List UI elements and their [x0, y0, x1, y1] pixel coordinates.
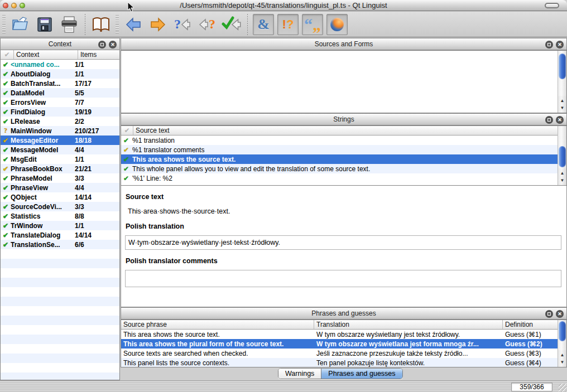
tab-warnings[interactable]: Warnings — [278, 369, 321, 379]
float-panel-icon[interactable] — [98, 41, 106, 49]
context-row[interactable]: Statistics 8/8 — [1, 211, 119, 221]
close-panel-icon[interactable]: ✕ — [556, 41, 564, 49]
context-row[interactable]: LRelease 2/2 — [1, 117, 119, 126]
save-file-button[interactable] — [33, 13, 56, 36]
items-column-header[interactable]: Items — [78, 50, 119, 59]
string-row[interactable]: %1 translation — [121, 135, 558, 145]
strings-dock-title: Strings — [333, 115, 354, 123]
context-row[interactable]: MessageEditor 18/18 — [1, 135, 119, 145]
context-list: <unnamed co... 1/1 AboutDialog 1/1 Batch… — [1, 60, 119, 249]
context-row[interactable]: QObject 14/14 — [1, 192, 119, 202]
translation-column-header[interactable]: Translation — [314, 320, 503, 329]
sources-dock-titlebar[interactable]: Sources and Forms ✕ — [121, 38, 567, 50]
scrollbar-thumb[interactable] — [559, 146, 566, 167]
context-items-count: 19/19 — [73, 108, 119, 116]
scrollbar-thumb[interactable] — [559, 321, 566, 341]
context-table-header[interactable]: Context Items — [1, 50, 119, 60]
phrase-row[interactable]: This panel lists the source contexts. Te… — [121, 358, 558, 367]
place-markers-toggle[interactable] — [326, 14, 348, 35]
phrase-row[interactable]: Source texts are searched when checked. … — [121, 349, 558, 358]
print-button[interactable] — [58, 13, 80, 36]
phrase-source: This area shows the source text. — [121, 331, 314, 338]
strings-dock-titlebar[interactable]: Strings ✕ — [121, 113, 567, 125]
status-check-icon — [1, 175, 11, 182]
translator-comments-input[interactable] — [125, 270, 561, 287]
context-items-count: 4/4 — [73, 146, 119, 154]
context-name: DataModel — [11, 89, 73, 97]
context-row[interactable]: MsgEdit 1/1 — [1, 154, 119, 164]
phrase-row[interactable]: This area shows the source text. W tym o… — [121, 330, 558, 339]
phrases-scrollbar[interactable]: ▲▼ — [558, 320, 566, 367]
phrase-row[interactable]: This area shows the plural form of the s… — [121, 339, 558, 349]
prev-button[interactable] — [122, 13, 145, 36]
close-panel-icon[interactable]: ✕ — [556, 310, 564, 318]
definition-column-header[interactable]: Definition — [503, 320, 566, 329]
context-column-header[interactable]: Context — [14, 50, 78, 59]
context-items-count: 210/217 — [73, 127, 119, 135]
context-row[interactable]: TrWindow 1/1 — [1, 221, 119, 230]
string-row[interactable]: This whole panel allows you to view and … — [121, 164, 558, 173]
resize-grip[interactable] — [559, 384, 566, 391]
context-row[interactable]: BatchTranslat... 17/17 — [1, 79, 119, 88]
question-glyph: ? — [174, 17, 181, 32]
place-marker-icon — [330, 18, 344, 31]
context-row[interactable]: MessageModel 4/4 — [1, 145, 119, 154]
context-row[interactable]: <unnamed co... 1/1 — [1, 60, 119, 69]
phrase-definition: Guess (⌘4) — [503, 359, 558, 367]
strings-scrollbar[interactable]: ▲▼ — [558, 126, 566, 185]
phrase-matches-toggle[interactable]: “„ — [302, 14, 323, 35]
string-row[interactable]: '%1' Line: %2 — [121, 173, 558, 183]
context-row[interactable]: PhraseView 4/4 — [1, 183, 119, 192]
context-items-count: 1/1 — [73, 156, 119, 163]
context-row[interactable]: SourceCodeVi... 3/3 — [1, 202, 119, 211]
toolbar-drag-handle[interactable] — [116, 15, 119, 34]
translation-input[interactable] — [125, 235, 561, 250]
context-row[interactable]: AboutDialog 1/1 — [1, 69, 119, 79]
phrase-definition: Guess (⌘3) — [503, 350, 558, 357]
context-row[interactable]: PhraseModel 3/3 — [1, 173, 119, 183]
next-button[interactable] — [147, 13, 169, 36]
context-dock-titlebar[interactable]: Context ✕ — [0, 38, 120, 50]
ending-punctuation-toggle[interactable]: !? — [277, 14, 299, 35]
context-name: MessageModel — [11, 146, 73, 154]
float-panel-icon[interactable] — [545, 116, 553, 124]
context-row[interactable]: DataModel 5/5 — [1, 88, 119, 98]
strings-table-header[interactable]: Source text — [121, 126, 566, 135]
accelerators-toggle[interactable]: & — [253, 14, 274, 35]
toolbar-toggle-lozenge[interactable] — [545, 3, 559, 8]
close-panel-icon[interactable]: ✕ — [109, 41, 117, 49]
sources-dock-title: Sources and Forms — [315, 40, 373, 48]
context-panel: Context Items <unnamed co... 1/1 AboutDi… — [0, 50, 120, 380]
string-row[interactable]: This area shows the source text. — [121, 154, 558, 164]
tab-phrases-and-guesses[interactable]: Phrases and guesses — [321, 369, 402, 379]
context-row[interactable]: TranslateDialog 14/14 — [1, 230, 119, 240]
title-bar[interactable]: /Users/msmith/depot/qt-45/translations/l… — [0, 0, 567, 11]
phrase-source: This area shows the plural form of the s… — [121, 340, 314, 348]
phrases-table-header[interactable]: Source phrase Translation Definition — [121, 320, 566, 330]
phrases-dock-titlebar[interactable]: Phrases and guesses ✕ — [121, 307, 567, 320]
float-panel-icon[interactable] — [545, 41, 553, 49]
source-text-column-header[interactable]: Source text — [133, 126, 566, 135]
context-row[interactable]: FindDialog 19/19 — [1, 107, 119, 117]
scrollbar-arrows[interactable]: ▲▼ — [558, 168, 566, 185]
next-unfinished-button[interactable]: ? — [196, 13, 218, 36]
context-row[interactable]: MainWindow 210/217 — [1, 126, 119, 135]
context-row[interactable]: ErrorsView 7/7 — [1, 98, 119, 107]
context-name: MessageEditor — [11, 137, 73, 144]
string-row[interactable]: %1 translator comments — [121, 145, 558, 154]
open-file-button[interactable] — [9, 13, 31, 36]
toolbar-drag-handle[interactable] — [2, 15, 6, 34]
scrollbar-arrows[interactable]: ▲▼ — [558, 350, 566, 367]
scrollbar-arrows[interactable]: ▲▼ — [558, 96, 566, 113]
done-and-next-button[interactable] — [220, 13, 243, 36]
context-row[interactable]: TranslationSe... 6/6 — [1, 240, 119, 249]
source-phrase-column-header[interactable]: Source phrase — [121, 320, 314, 329]
sources-scrollbar[interactable]: ▲▼ — [558, 51, 566, 113]
float-panel-icon[interactable] — [545, 310, 553, 318]
context-row[interactable]: PhraseBookBox 21/21 — [1, 164, 119, 173]
status-check-icon — [1, 231, 11, 239]
close-panel-icon[interactable]: ✕ — [556, 116, 564, 124]
scrollbar-thumb[interactable] — [559, 54, 566, 79]
prev-unfinished-button[interactable]: ? — [171, 13, 194, 36]
phrasebook-button[interactable] — [90, 13, 112, 36]
